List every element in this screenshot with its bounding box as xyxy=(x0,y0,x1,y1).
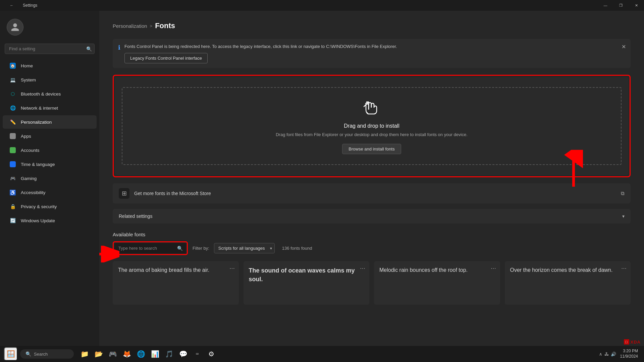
network-icon: 🌐 xyxy=(9,105,16,111)
font-card-0[interactable]: ⋯ The aroma of baking bread fills the ai… xyxy=(113,261,239,305)
sidebar-item-accounts[interactable]: Accounts xyxy=(3,143,97,157)
speaker-icon: 🔊 xyxy=(611,352,616,357)
taskbar-search[interactable]: 🔍 Search xyxy=(20,349,74,359)
related-settings[interactable]: Related settings ▾ xyxy=(113,209,631,224)
taskbar-apps: 📁 📂 🎮 🦊 🌐 📊 🎵 💬 ⌨ ⚙ xyxy=(78,347,218,361)
xda-watermark: □ XDA xyxy=(624,339,641,345)
breadcrumb-parent[interactable]: Personalization xyxy=(113,23,147,29)
search-input[interactable] xyxy=(5,44,95,54)
taskbar-app-files[interactable]: 📂 xyxy=(92,347,105,361)
sidebar-item-bluetooth[interactable]: ⬡ Bluetooth & devices xyxy=(3,87,97,101)
network-status-icon: 🖧 xyxy=(604,352,609,357)
available-fonts-section: Available fonts 🔍 Filter by: Scripts for… xyxy=(113,232,631,305)
sidebar-item-personalization[interactable]: ✏️ Personalization xyxy=(3,115,97,129)
font-card-3[interactable]: ⋯ Over the horizon comes the break of da… xyxy=(505,261,631,305)
close-button[interactable]: ✕ xyxy=(629,0,644,11)
titlebar-controls: — ❐ ✕ xyxy=(598,0,644,11)
taskbar-right: ∧ 🖧 🔊 3:20 PM 11/9/2024 xyxy=(599,349,640,359)
external-link-icon: ⧉ xyxy=(621,190,625,196)
legacy-fonts-button[interactable]: Legacy Fonts Control Panel interface xyxy=(124,53,208,63)
content-area: Personalization > Fonts ℹ Fonts Control … xyxy=(99,11,644,346)
taskbar: 🪟 🔍 Search 📁 📂 🎮 🦊 🌐 📊 🎵 💬 ⌨ ⚙ ∧ 🖧 🔊 3:2… xyxy=(0,346,644,362)
related-settings-label: Related settings xyxy=(119,214,152,219)
fonts-search-input[interactable] xyxy=(114,243,186,253)
taskbar-app-game[interactable]: 🎮 xyxy=(106,347,119,361)
store-label: Get more fonts in the Microsoft Store xyxy=(134,191,616,196)
fonts-search-icon: 🔍 xyxy=(177,246,183,251)
font-card-3-menu[interactable]: ⋯ xyxy=(621,265,627,272)
fonts-search-box[interactable]: 🔍 xyxy=(114,243,186,253)
breadcrumb-separator: > xyxy=(150,23,153,28)
search-box[interactable]: 🔍 xyxy=(5,44,95,54)
font-card-2-menu[interactable]: ⋯ xyxy=(491,265,496,272)
font-sample-3: Over the horizon comes the break of dawn… xyxy=(510,266,626,274)
chevron-down-icon: ▾ xyxy=(622,214,625,219)
main-layout: 🔍 🏠 Home 💻 System ⬡ Bluetooth & devices … xyxy=(0,11,644,346)
info-close-button[interactable]: ✕ xyxy=(622,44,626,50)
privacy-icon: 🔒 xyxy=(9,203,16,210)
titlebar-left: ← Settings xyxy=(4,0,37,11)
microsoft-store-row[interactable]: ⊞ Get more fonts in the Microsoft Store … xyxy=(113,183,631,203)
filter-select[interactable]: Scripts for all languages xyxy=(214,243,275,253)
sidebar-item-accessibility[interactable]: ♿ Accessibility xyxy=(3,186,97,199)
fonts-grid: ⋯ The aroma of baking bread fills the ai… xyxy=(113,261,631,305)
font-card-0-menu[interactable]: ⋯ xyxy=(229,265,235,272)
xda-text: XDA xyxy=(631,340,641,345)
fonts-count: 136 fonts found xyxy=(282,246,312,251)
app-title: Settings xyxy=(23,3,37,8)
system-icon: 💻 xyxy=(9,76,16,83)
taskbar-search-label: Search xyxy=(34,352,48,357)
store-icon: ⊞ xyxy=(119,188,129,199)
minimize-button[interactable]: — xyxy=(598,0,613,11)
taskbar-app-firefox[interactable]: 🦊 xyxy=(120,347,133,361)
bluetooth-icon: ⬡ xyxy=(9,90,16,97)
accessibility-icon: ♿ xyxy=(9,189,16,196)
user-profile[interactable] xyxy=(0,13,99,42)
taskbar-app-messenger[interactable]: 💬 xyxy=(176,347,190,361)
info-banner: ℹ Fonts Control Panel is being redirecte… xyxy=(113,39,631,68)
browse-install-button[interactable]: Browse and install fonts xyxy=(342,144,401,154)
filter-wrapper[interactable]: Scripts for all languages xyxy=(214,243,275,253)
sidebar-item-home[interactable]: 🏠 Home xyxy=(3,59,97,72)
font-card-2[interactable]: ⋯ Melodic rain bounces off the roof top. xyxy=(374,261,500,305)
page-title: Fonts xyxy=(155,21,175,30)
apps-icon xyxy=(9,133,16,139)
info-content: Fonts Control Panel is being redirected … xyxy=(124,44,397,63)
font-card-1[interactable]: ⋯ The sound of ocean waves calms my soul… xyxy=(244,261,370,305)
taskbar-app-chart[interactable]: 📊 xyxy=(148,347,162,361)
taskbar-app-settings[interactable]: ⚙ xyxy=(205,347,218,361)
back-button[interactable]: ← xyxy=(4,0,19,11)
avatar xyxy=(7,19,23,36)
titlebar: ← Settings — ❐ ✕ xyxy=(0,0,644,11)
maximize-button[interactable]: ❐ xyxy=(613,0,629,11)
drag-drop-subtitle: Drag font files from File Explorer or yo… xyxy=(276,132,468,138)
sidebar-item-system[interactable]: 💻 System xyxy=(3,73,97,86)
taskbar-app-terminal[interactable]: ⌨ xyxy=(191,347,204,361)
sidebar-item-windows-update[interactable]: 🔄 Windows Update xyxy=(3,214,97,227)
sidebar-item-privacy[interactable]: 🔒 Privacy & security xyxy=(3,200,97,213)
taskbar-search-icon: 🔍 xyxy=(25,351,31,357)
time-icon xyxy=(9,161,16,168)
taskbar-app-music[interactable]: 🎵 xyxy=(162,347,176,361)
search-icon-button[interactable]: 🔍 xyxy=(86,46,92,52)
drag-drop-title: Drag and drop to install xyxy=(344,123,399,129)
font-card-1-menu[interactable]: ⋯ xyxy=(360,265,365,272)
chevron-up-icon[interactable]: ∧ xyxy=(599,352,602,357)
taskbar-app-chrome[interactable]: 🌐 xyxy=(134,347,148,361)
date-display: 11/9/2024 xyxy=(620,354,638,359)
gaming-icon: 🎮 xyxy=(9,175,16,182)
drag-drop-zone[interactable]: Drag and drop to install Drag font files… xyxy=(122,87,622,165)
taskbar-clock[interactable]: 3:20 PM 11/9/2024 xyxy=(620,349,638,359)
taskbar-app-explorer[interactable]: 📁 xyxy=(78,347,91,361)
xda-logo: □ xyxy=(624,339,629,345)
info-text: Fonts Control Panel is being redirected … xyxy=(124,44,397,50)
sidebar-item-apps[interactable]: Apps xyxy=(3,129,97,143)
start-button[interactable]: 🪟 xyxy=(4,347,17,361)
sidebar: 🔍 🏠 Home 💻 System ⬡ Bluetooth & devices … xyxy=(0,11,99,346)
sidebar-item-time[interactable]: Time & language xyxy=(3,158,97,171)
sidebar-item-network[interactable]: 🌐 Network & internet xyxy=(3,101,97,115)
sidebar-item-gaming[interactable]: 🎮 Gaming xyxy=(3,172,97,185)
filter-label: Filter by: xyxy=(193,246,209,251)
info-icon: ℹ xyxy=(118,44,120,51)
breadcrumb: Personalization > Fonts xyxy=(113,21,631,30)
